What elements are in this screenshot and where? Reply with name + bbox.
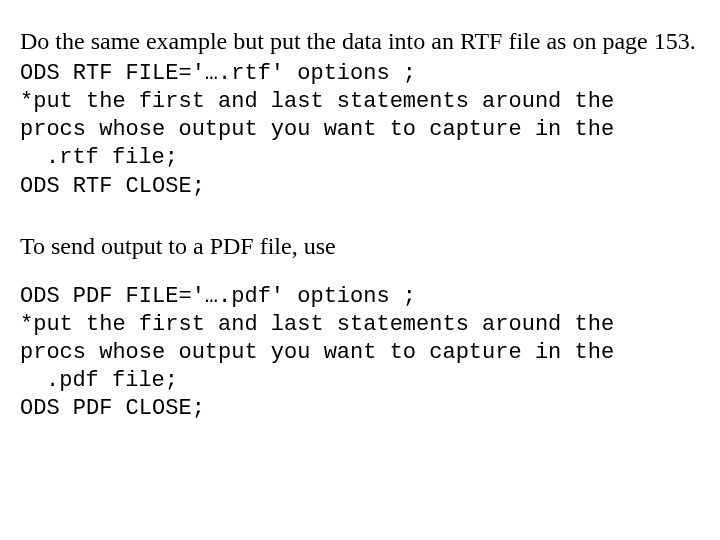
- code-line: ODS PDF FILE='….pdf' options ;: [20, 283, 702, 311]
- intro-text: Do the same example but put the data int…: [20, 28, 696, 54]
- pdf-code-block: ODS PDF FILE='….pdf' options ; *put the …: [20, 283, 702, 424]
- code-line: .pdf file;: [20, 367, 702, 395]
- code-line: .rtf file;: [20, 144, 702, 172]
- pdf-text: To send output to a PDF file, use: [20, 233, 336, 259]
- code-line: *put the first and last statements aroun…: [20, 88, 702, 116]
- code-line: *put the first and last statements aroun…: [20, 311, 702, 339]
- code-line: procs whose output you want to capture i…: [20, 339, 702, 367]
- rtf-code-block: ODS RTF FILE='….rtf' options ; *put the …: [20, 60, 702, 201]
- pdf-paragraph: To send output to a PDF file, use: [20, 231, 702, 261]
- code-line: procs whose output you want to capture i…: [20, 116, 702, 144]
- code-line: ODS RTF CLOSE;: [20, 173, 702, 201]
- code-line: ODS PDF CLOSE;: [20, 395, 702, 423]
- page: Do the same example but put the data int…: [0, 0, 720, 424]
- code-line: ODS RTF FILE='….rtf' options ;: [20, 60, 702, 88]
- intro-paragraph: Do the same example but put the data int…: [20, 26, 702, 56]
